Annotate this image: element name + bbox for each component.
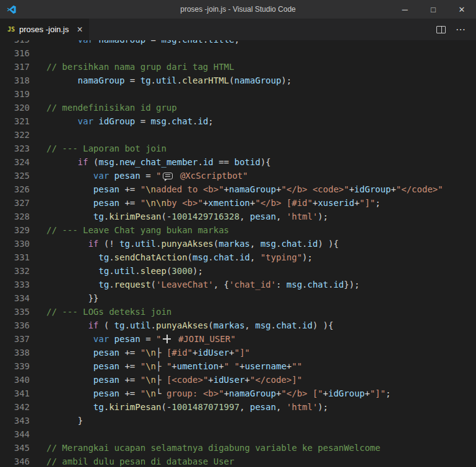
code-text: if (msg.new_chat_member.id == botid){: [30, 155, 271, 169]
code-line[interactable]: 319: [0, 87, 476, 101]
line-number[interactable]: 334: [0, 291, 30, 305]
code-line[interactable]: 328 tg.kirimPesan(-1001429716328, pesan,…: [0, 210, 476, 223]
code-line[interactable]: 341 pesan += "\n└ group: <b>"+namaGroup+…: [0, 387, 476, 400]
line-number[interactable]: 338: [0, 346, 30, 359]
code-text: tg.util.sleep(3000);: [30, 264, 203, 278]
code-line[interactable]: 320// mendefinisikan id grup: [0, 101, 476, 114]
code-text: }}: [30, 291, 98, 305]
code-text: if ( tg.util.punyaAkses(markas, msg.chat…: [30, 319, 334, 332]
tab-label: proses -join.js: [19, 25, 69, 34]
line-number[interactable]: 331: [0, 251, 30, 264]
code-line[interactable]: 321 var idGroup = msg.chat.id;: [0, 114, 476, 128]
code-text: [30, 128, 46, 142]
line-number[interactable]: 333: [0, 278, 30, 291]
minimize-button[interactable]: ─: [391, 0, 419, 19]
line-number[interactable]: 337: [0, 332, 30, 346]
more-actions-icon[interactable]: ⋯: [456, 24, 466, 35]
code-line[interactable]: 345// Merangkai ucapan selamatnya digabu…: [0, 441, 476, 455]
tab-proses-join-js[interactable]: JS proses -join.js ×: [0, 19, 89, 40]
close-button[interactable]: ✕: [448, 0, 476, 19]
code-line[interactable]: 317// bersihkan nama grup dari tag HTML: [0, 60, 476, 74]
window-controls: ─ □ ✕: [391, 0, 476, 19]
code-line[interactable]: 342 tg.kirimPesan(-1001487071997, pesan,…: [0, 400, 476, 414]
code-line[interactable]: 336 if ( tg.util.punyaAkses(markas, msg.…: [0, 319, 476, 332]
maximize-button[interactable]: □: [419, 0, 448, 19]
code-line[interactable]: 325 var pesan = " @XcScriptbot": [0, 169, 476, 182]
line-number[interactable]: 323: [0, 142, 30, 155]
code-line[interactable]: 324 if (msg.new_chat_member.id == botid)…: [0, 155, 476, 169]
line-number[interactable]: 318: [0, 74, 30, 87]
tab-close-icon[interactable]: ×: [77, 25, 82, 35]
code-line[interactable]: 326 pesan += "\nadded to <b>"+namaGroup+…: [0, 182, 476, 196]
code-line[interactable]: 337 var pesan = " #JOIN_USER": [0, 332, 476, 346]
line-number[interactable]: 340: [0, 373, 30, 387]
code-line[interactable]: 331 tg.sendChatAction(msg.chat.id, "typi…: [0, 251, 476, 264]
code-text: // --- Laporan bot join: [30, 142, 167, 155]
split-editor-icon[interactable]: [436, 26, 446, 33]
javascript-file-icon: JS: [7, 26, 15, 33]
tab-bar: JS proses -join.js × ⋯: [0, 19, 476, 40]
code-text: namaGroup = tg.util.clearHTML(namaGroup)…: [30, 74, 292, 87]
code-line[interactable]: 343 }: [0, 414, 476, 427]
code-text: [30, 46, 46, 60]
line-number[interactable]: 339: [0, 359, 30, 373]
code-line[interactable]: 322: [0, 128, 476, 142]
code-line[interactable]: 339 pesan += "\n├ "+umention+" "+usernam…: [0, 359, 476, 373]
code-text: pesan += "\n├ [<code>"+idUser+"</code>]": [30, 373, 302, 387]
line-number[interactable]: 315: [0, 40, 30, 46]
code-text: tg.kirimPesan(-1001487071997, pesan, 'ht…: [30, 400, 328, 414]
line-number[interactable]: 321: [0, 114, 30, 128]
line-number[interactable]: 327: [0, 196, 30, 210]
line-number[interactable]: 328: [0, 210, 30, 223]
vscode-logo-icon: [6, 4, 17, 15]
line-number[interactable]: 346: [0, 455, 30, 467]
code-text: // Merangkai ucapan selamatnya digabung …: [30, 441, 380, 455]
code-line[interactable]: 315 var namaGroup = msg.chat.title;: [0, 40, 476, 46]
line-number[interactable]: 317: [0, 60, 30, 74]
line-number[interactable]: 336: [0, 319, 30, 332]
code-line[interactable]: 330 if (! tg.util.punyaAkses(markas, msg…: [0, 237, 476, 251]
line-number[interactable]: 342: [0, 400, 30, 414]
line-number[interactable]: 324: [0, 155, 30, 169]
line-number[interactable]: 345: [0, 441, 30, 455]
code-line[interactable]: 338 pesan += "\n├ [#id"+idUser+"]": [0, 346, 476, 359]
line-number[interactable]: 316: [0, 46, 30, 60]
window-title: proses -join.js - Visual Studio Code: [180, 5, 296, 14]
line-number[interactable]: 329: [0, 223, 30, 237]
line-number[interactable]: 325: [0, 169, 30, 182]
code-text: // mendefinisikan id grup: [30, 101, 177, 114]
code-line[interactable]: 344: [0, 427, 476, 441]
code-line[interactable]: 333 tg.request('LeaveChat', {'chat_id': …: [0, 278, 476, 291]
code-line[interactable]: 346// ambil dulu pesan di database User: [0, 455, 476, 467]
line-number[interactable]: 341: [0, 387, 30, 400]
code-line[interactable]: 340 pesan += "\n├ [<code>"+idUser+"</cod…: [0, 373, 476, 387]
code-line[interactable]: 334 }}: [0, 291, 476, 305]
code-text: tg.request('LeaveChat', {'chat_id': msg.…: [30, 278, 360, 291]
code-text: if (! tg.util.punyaAkses(markas, msg.cha…: [30, 237, 339, 251]
code-text: tg.sendChatAction(msg.chat.id, "typing")…: [30, 251, 313, 264]
line-number[interactable]: 343: [0, 414, 30, 427]
code-line[interactable]: 329// --- Leave Chat yang bukan markas: [0, 223, 476, 237]
code-line[interactable]: 318 namaGroup = tg.util.clearHTML(namaGr…: [0, 74, 476, 87]
code-line[interactable]: 323// --- Laporan bot join: [0, 142, 476, 155]
line-number[interactable]: 319: [0, 87, 30, 101]
code-text: pesan += "\n└ group: <b>"+namaGroup+"</b…: [30, 387, 391, 400]
line-number[interactable]: 344: [0, 427, 30, 441]
line-number[interactable]: 322: [0, 128, 30, 142]
line-number[interactable]: 330: [0, 237, 30, 251]
code-line[interactable]: 332 tg.util.sleep(3000);: [0, 264, 476, 278]
line-number[interactable]: 332: [0, 264, 30, 278]
code-line[interactable]: 327 pesan += "\n\nby <b>"+xmention+"</b>…: [0, 196, 476, 210]
code-text: var namaGroup = msg.chat.title;: [30, 40, 240, 46]
code-text: // ambil dulu pesan di database User: [30, 455, 234, 467]
code-line[interactable]: 335// --- LOGs deteksi join: [0, 305, 476, 319]
vscode-window: proses -join.js - Visual Studio Code ─ □…: [0, 0, 476, 467]
plus-icon: [163, 335, 171, 343]
editor[interactable]: 315 var namaGroup = msg.chat.title;31631…: [0, 40, 476, 467]
line-number[interactable]: 326: [0, 182, 30, 196]
code-text: // --- LOGs deteksi join: [30, 305, 171, 319]
line-number[interactable]: 335: [0, 305, 30, 319]
line-number[interactable]: 320: [0, 101, 30, 114]
code-area: 315 var namaGroup = msg.chat.title;31631…: [0, 40, 476, 467]
code-line[interactable]: 316: [0, 46, 476, 60]
